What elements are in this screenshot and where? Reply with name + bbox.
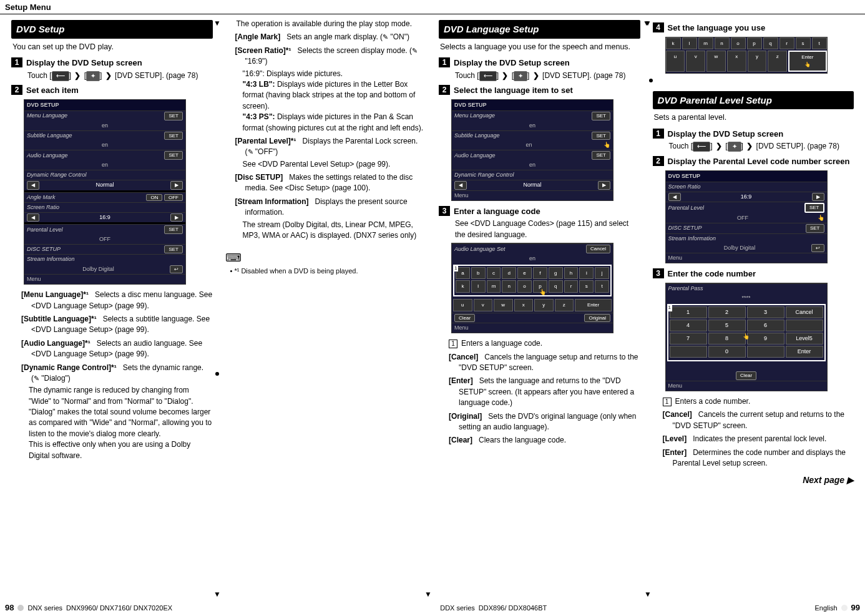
key[interactable]: r	[779, 37, 794, 50]
next-button[interactable]: ▶	[170, 213, 183, 222]
cancel-button[interactable]: Cancel	[786, 306, 823, 318]
set-button[interactable]: SET	[164, 112, 183, 120]
key[interactable]: t	[812, 37, 827, 50]
key[interactable]: 1	[670, 306, 707, 318]
key[interactable]: q	[763, 37, 778, 50]
next-button[interactable]: ▶	[170, 181, 183, 190]
key[interactable]: v	[686, 51, 705, 71]
key[interactable]: d	[502, 267, 516, 280]
key[interactable]: x	[514, 299, 534, 311]
ss-label: DISC SETUP	[668, 224, 702, 232]
key[interactable]: h	[564, 267, 579, 280]
key[interactable]: l	[471, 280, 486, 293]
key[interactable]: z	[768, 51, 787, 71]
series-label: DNX series	[27, 604, 62, 612]
stream-body2: The stream (Dolby Digital, dts, Linear P…	[243, 220, 427, 242]
return-button[interactable]: ↩	[811, 244, 824, 253]
key[interactable]: n	[502, 280, 516, 293]
off-button[interactable]: OFF	[164, 194, 183, 201]
clear-button[interactable]: Clear	[454, 314, 475, 323]
set-button[interactable]: SET	[164, 132, 183, 140]
def-term: [Enter]	[449, 376, 473, 385]
text: ] ❯	[100, 71, 113, 80]
key[interactable]: 9	[747, 333, 784, 345]
key[interactable]: 7	[670, 333, 707, 345]
key[interactable]: 2	[708, 306, 746, 318]
set-button[interactable]: SET	[592, 151, 610, 160]
set-button[interactable]: SET	[164, 245, 183, 254]
clear-button[interactable]: Clear	[736, 371, 756, 380]
key[interactable]: c	[487, 267, 501, 280]
cancel-def: [Cancel] Cancels the current setup and r…	[663, 409, 854, 431]
key[interactable]: k	[666, 37, 681, 50]
key[interactable]: x	[727, 51, 746, 71]
key[interactable]: 4	[670, 320, 707, 331]
step-number: 2	[11, 85, 22, 95]
key[interactable]: s	[796, 37, 811, 50]
key	[786, 320, 823, 331]
cancel-button[interactable]: Cancel	[586, 245, 610, 253]
step1-title: Display the DVD Setup screen	[454, 57, 570, 69]
key[interactable]: u	[453, 299, 472, 311]
callout-1: 1	[667, 304, 672, 311]
key[interactable]: 3	[747, 306, 784, 318]
prev-button[interactable]: ◀	[27, 213, 39, 222]
key[interactable]: g	[549, 267, 563, 280]
original-button[interactable]: Original	[584, 314, 610, 323]
section-end-dot	[649, 79, 653, 82]
text: Touch [	[455, 71, 479, 80]
set-button[interactable]: SET	[164, 151, 183, 160]
key[interactable]: w	[706, 51, 726, 71]
key[interactable]: l	[682, 37, 697, 50]
enter-button[interactable]: Enter	[786, 346, 823, 358]
key[interactable]: 6	[747, 320, 784, 331]
return-button[interactable]: ↩	[170, 265, 183, 274]
set-button[interactable]: SET	[804, 203, 824, 213]
key[interactable]: s	[579, 280, 594, 293]
menu-label: Menu	[668, 382, 683, 390]
key[interactable]: 5	[708, 320, 746, 331]
screen-ratio-def: [Screen Ratio]*¹ Selects the screen disp…	[235, 46, 427, 67]
key[interactable]: r	[564, 280, 579, 293]
key[interactable]: i	[579, 267, 594, 280]
next-button[interactable]: ▶	[598, 181, 610, 190]
header-rule	[0, 14, 865, 14]
set-button[interactable]: SET	[592, 112, 610, 120]
enter-button[interactable]: Enter👆	[788, 51, 827, 71]
prev-button[interactable]: ◀	[27, 181, 39, 190]
prev-button[interactable]: ◀	[454, 181, 467, 190]
key[interactable]: 0	[708, 346, 746, 358]
key[interactable]: q	[549, 280, 563, 293]
key[interactable]: 8	[708, 333, 746, 345]
key[interactable]: k	[456, 280, 470, 293]
set-button[interactable]: SET	[592, 132, 610, 140]
key[interactable]: f	[533, 267, 547, 280]
key[interactable]: j	[595, 267, 609, 280]
key[interactable]: b	[471, 267, 486, 280]
key[interactable]: z	[555, 299, 574, 311]
enter-button[interactable]: Enter	[575, 299, 612, 311]
text: Touch [	[27, 71, 52, 80]
key[interactable]: o	[517, 280, 532, 293]
def-term: [Screen Ratio]*¹	[235, 46, 291, 55]
key[interactable]: w	[494, 299, 513, 311]
key[interactable]: t	[595, 280, 609, 293]
set-button[interactable]: SET	[164, 225, 183, 234]
key[interactable]: m	[487, 280, 501, 293]
level-button[interactable]: Level5	[786, 333, 823, 345]
set-button[interactable]: SET	[806, 224, 824, 233]
step1-body: Touch [⟵] ❯ [✦] ❯ [DVD SETUP]. (page 78)	[27, 71, 213, 81]
key[interactable]: v	[474, 299, 493, 311]
key[interactable]: o	[731, 37, 746, 50]
key[interactable]: p	[747, 37, 762, 50]
prev-button[interactable]: ◀	[668, 193, 681, 202]
key[interactable]: m	[698, 37, 713, 50]
key[interactable]: y	[748, 51, 767, 71]
key[interactable]: u	[666, 51, 685, 71]
step1-body: Touch [⟵] ❯ [✦] ❯ [DVD SETUP]. (page 78)	[669, 141, 854, 152]
key[interactable]: e	[517, 267, 532, 280]
key[interactable]: n	[715, 37, 730, 50]
on-button[interactable]: ON	[146, 194, 162, 201]
key[interactable]: y	[534, 299, 554, 311]
next-button[interactable]: ▶	[812, 193, 824, 202]
